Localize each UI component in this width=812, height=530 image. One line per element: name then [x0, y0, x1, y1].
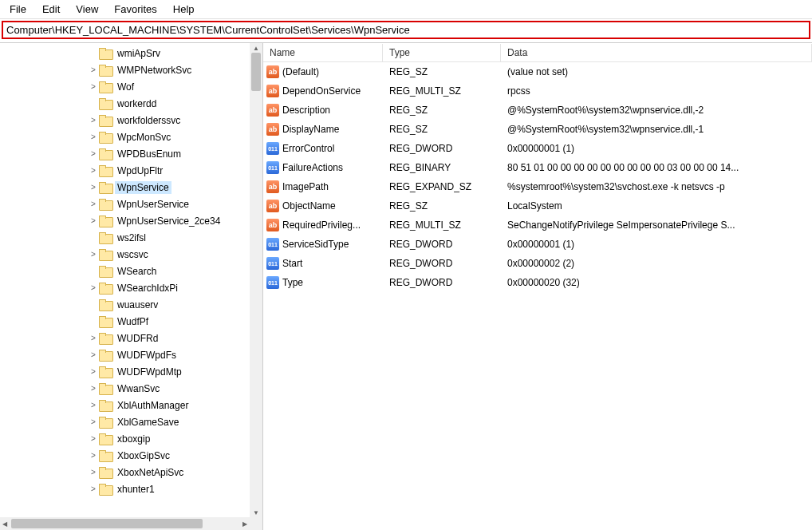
tree-item[interactable]: >Wof [88, 78, 250, 95]
header-type[interactable]: Type [383, 44, 501, 61]
tree-vertical-scrollbar[interactable]: ▲ ▼ [250, 43, 262, 517]
scroll-up-icon[interactable]: ▲ [250, 43, 262, 53]
menu-view[interactable]: View [69, 2, 104, 17]
main-split: wmiApSrv>WMPNetworkSvc>Wofworkerdd>workf… [0, 42, 812, 530]
tree-item-label: wmiApSrv [115, 47, 163, 60]
string-value-icon: ab [266, 104, 279, 117]
expand-icon[interactable]: > [88, 216, 99, 225]
value-data: SeChangeNotifyPrivilege SeImpersonatePri… [501, 220, 812, 231]
tree-item-label: workerdd [115, 97, 159, 110]
tree-item[interactable]: >WwanSvc [88, 380, 250, 397]
tree-item[interactable]: WudfPf [88, 313, 250, 330]
expand-icon[interactable]: > [88, 401, 99, 409]
value-row[interactable]: abRequiredPrivileg...REG_MULTI_SZSeChang… [263, 216, 812, 235]
binary-value-icon: 011 [266, 257, 279, 270]
value-row[interactable]: 011ErrorControlREG_DWORD0x00000001 (1) [263, 139, 812, 158]
tree-item[interactable]: >WpdUpFltr [88, 162, 250, 179]
tree-item[interactable]: >WpnService [88, 179, 250, 196]
address-bar[interactable]: Computer\HKEY_LOCAL_MACHINE\SYSTEM\Curre… [2, 21, 810, 39]
expand-icon[interactable]: > [88, 384, 99, 393]
scroll-left-icon[interactable]: ◀ [0, 517, 10, 530]
value-name: FailureActions [282, 162, 343, 173]
tree-item[interactable]: ws2ifsl [88, 229, 250, 246]
tree-item[interactable]: >XboxGipSvc [88, 447, 250, 464]
folder-icon [99, 366, 112, 378]
menu-help[interactable]: Help [167, 2, 201, 17]
values-body: ab(Default)REG_SZ(value not set)abDepend… [263, 62, 812, 292]
tree-item[interactable]: wuauserv [88, 296, 250, 313]
value-name: Description [282, 105, 330, 116]
tree-horizontal-scrollbar[interactable]: ◀ ▶ [0, 517, 250, 530]
expand-icon[interactable]: > [88, 468, 99, 477]
value-row[interactable]: 011TypeREG_DWORD0x00000020 (32) [263, 273, 812, 292]
value-data: 0x00000020 (32) [501, 277, 812, 288]
value-row[interactable]: abDisplayNameREG_SZ@%SystemRoot%\system3… [263, 120, 812, 139]
expand-icon[interactable]: > [88, 367, 99, 376]
tree-item[interactable]: wmiApSrv [88, 45, 250, 61]
value-row[interactable]: 011StartREG_DWORD0x00000002 (2) [263, 254, 812, 273]
value-row[interactable]: abDependOnServiceREG_MULTI_SZrpcss [263, 81, 812, 101]
value-name: ErrorControl [282, 143, 334, 154]
expand-icon[interactable]: > [88, 183, 99, 192]
tree-item[interactable]: workerdd [88, 95, 250, 112]
folder-icon [99, 383, 112, 394]
value-row[interactable]: abObjectNameREG_SZLocalSystem [263, 196, 812, 216]
expand-icon[interactable]: > [88, 485, 99, 493]
tree-item[interactable]: >wscsvc [88, 246, 250, 263]
tree-item-label: WUDFWpdFs [115, 349, 179, 362]
tree-item-label: WpnUserService_2ce34 [115, 215, 223, 227]
expand-icon[interactable]: > [88, 132, 99, 141]
expand-icon[interactable]: > [88, 149, 99, 158]
expand-icon[interactable]: > [88, 451, 99, 460]
tree-item[interactable]: >WUDFWpdMtp [88, 363, 250, 380]
expand-icon[interactable]: > [88, 82, 99, 91]
expand-icon[interactable]: > [88, 200, 99, 208]
expand-icon[interactable]: > [88, 116, 99, 125]
expand-icon[interactable]: > [88, 283, 99, 292]
folder-icon [99, 333, 112, 344]
tree-item[interactable]: WSearch [88, 263, 250, 279]
menu-favorites[interactable]: Favorites [108, 2, 163, 17]
menu-edit[interactable]: Edit [36, 2, 66, 17]
expand-icon[interactable]: > [88, 65, 99, 74]
menu-file[interactable]: File [3, 2, 33, 17]
value-type: REG_SZ [383, 66, 501, 77]
value-row[interactable]: 011ServiceSidTypeREG_DWORD0x00000001 (1) [263, 235, 812, 254]
scroll-thumb[interactable] [11, 519, 203, 528]
tree-item[interactable]: >XblAuthManager [88, 397, 250, 413]
expand-icon[interactable]: > [88, 166, 99, 175]
value-row[interactable]: abImagePathREG_EXPAND_SZ%systemroot%\sys… [263, 177, 812, 196]
tree-item[interactable]: >WpnUserService [88, 196, 250, 212]
header-data[interactable]: Data [501, 44, 812, 61]
folder-icon [99, 316, 112, 327]
tree-item[interactable]: >WUDFRd [88, 330, 250, 346]
tree-item[interactable]: >WpcMonSvc [88, 129, 250, 145]
expand-icon[interactable]: > [88, 417, 99, 426]
tree-item[interactable]: >XblGameSave [88, 413, 250, 430]
folder-icon [99, 115, 112, 126]
tree-item[interactable]: >WUDFWpdFs [88, 346, 250, 363]
tree-item[interactable]: >xboxgip [88, 430, 250, 447]
folder-icon [99, 283, 112, 294]
tree-item[interactable]: >XboxNetApiSvc [88, 464, 250, 481]
tree-item[interactable]: >workfolderssvc [88, 112, 250, 129]
expand-icon[interactable]: > [88, 250, 99, 259]
scroll-thumb[interactable] [251, 53, 261, 91]
value-row[interactable]: 011FailureActionsREG_BINARY80 51 01 00 0… [263, 158, 812, 177]
scroll-down-icon[interactable]: ▼ [250, 508, 262, 517]
expand-icon[interactable]: > [88, 334, 99, 342]
expand-icon[interactable]: > [88, 434, 99, 443]
header-name[interactable]: Name [263, 44, 383, 61]
tree-item[interactable]: >xhunter1 [88, 481, 250, 497]
value-row[interactable]: abDescriptionREG_SZ@%SystemRoot%\system3… [263, 101, 812, 120]
tree-item-label: ws2ifsl [115, 231, 148, 244]
folder-icon [99, 165, 112, 176]
tree-item-label: WudfPf [115, 315, 151, 328]
tree-item[interactable]: >WSearchIdxPi [88, 279, 250, 296]
value-row[interactable]: ab(Default)REG_SZ(value not set) [263, 62, 812, 81]
tree-item[interactable]: >WPDBusEnum [88, 145, 250, 162]
scroll-right-icon[interactable]: ▶ [240, 517, 250, 530]
tree-item[interactable]: >WpnUserService_2ce34 [88, 212, 250, 229]
expand-icon[interactable]: > [88, 350, 99, 359]
tree-item[interactable]: >WMPNetworkSvc [88, 61, 250, 78]
